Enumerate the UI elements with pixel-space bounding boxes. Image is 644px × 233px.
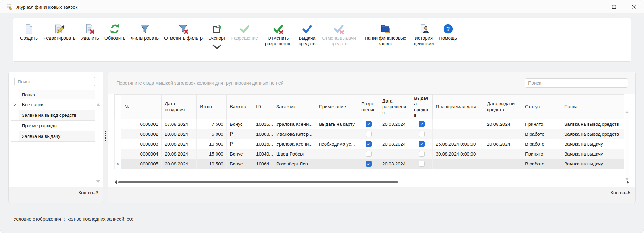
toolbar-button-folders[interactable]: Папки финансовых заявок: [359, 22, 411, 47]
column-header-folder[interactable]: Папка: [561, 95, 624, 119]
toolbar-button-cancel-permission[interactable]: Отменить разрешение: [261, 22, 296, 47]
payout-checkbox[interactable]: [419, 151, 425, 157]
column-header-customer[interactable]: Заказчик: [273, 95, 316, 119]
toolbar-button-refresh[interactable]: Обновить: [102, 22, 128, 42]
table-row[interactable]: 0000003 20.08.2024 10 500 ₽ 10016... Ура…: [115, 139, 624, 149]
splitter-grip-icon[interactable]: [105, 131, 106, 141]
toolbar-label: История действий: [414, 35, 434, 46]
scroll-down-icon[interactable]: [96, 180, 100, 183]
group-by-bar[interactable]: Перетяните сюда мышкой заголовок колонки…: [108, 72, 635, 94]
toolbar-button-help[interactable]: ? Помощь: [436, 22, 460, 42]
toolbar-button-delete[interactable]: Удалить: [78, 22, 102, 42]
scroll-up-icon[interactable]: [625, 111, 629, 113]
close-button[interactable]: [624, 0, 644, 13]
toolbar-label: Разрешение: [231, 35, 258, 41]
column-header-total[interactable]: Итого: [197, 95, 227, 119]
folders-header-indicator: [11, 90, 19, 99]
requests-search-input[interactable]: [525, 78, 628, 88]
window-title: Журнал финансовых заявок: [16, 4, 77, 10]
folder-name[interactable]: Заявка на выдачу: [19, 131, 95, 142]
cell-total: 10 500: [197, 159, 227, 169]
table-row[interactable]: 0000001 07.08.2024 7 500 Бонус 10016... …: [115, 119, 624, 129]
scroll-left-icon[interactable]: [114, 180, 117, 184]
folder-row[interactable]: Прочие расходы: [11, 121, 95, 131]
folder-row[interactable]: > Все папки: [11, 99, 95, 110]
table-row[interactable]: 0000004 20.08.2024 15 000 Бонус 10040...…: [115, 149, 624, 159]
column-header-currency[interactable]: Валюта: [227, 95, 253, 119]
folder-name[interactable]: Заявка на вывод средств: [19, 110, 95, 121]
toolbar-label: Создать: [20, 35, 38, 41]
folders-count-bar: Кол-во=3: [9, 187, 103, 203]
cell-id: 10016...: [253, 139, 273, 149]
table-row[interactable]: 0000002 20.08.2024 5 000 ₽ 10083... Иван…: [115, 129, 624, 139]
column-header-note[interactable]: Примечание: [316, 95, 358, 119]
column-header-payout-date[interactable]: Дата выдачи средств: [484, 95, 522, 119]
payout-checkbox[interactable]: [419, 121, 425, 127]
cell-payout-date: [484, 149, 522, 159]
export-icon: [212, 24, 222, 34]
toolbar-label: Редактировать: [43, 35, 76, 41]
requests-count: Кол-во=5: [611, 190, 630, 203]
permission-checkbox[interactable]: [366, 151, 372, 157]
toolbar-button-payout[interactable]: Выдача средств: [296, 22, 318, 47]
cell-planned-date: 25.08.2024 0:00:00: [433, 139, 484, 149]
requests-horizontal-scrollbar[interactable]: [114, 180, 629, 185]
permission-checkbox[interactable]: [366, 121, 372, 127]
cell-id: 10064...: [253, 159, 273, 169]
toolbar-button-edit[interactable]: Редактировать: [41, 22, 78, 42]
folders-column-header[interactable]: Папка: [19, 90, 95, 99]
toolbar-button-export[interactable]: Экспорт: [205, 22, 228, 53]
cell-id: 10040...: [253, 149, 273, 159]
column-header-no[interactable]: №: [121, 95, 162, 119]
scroll-up-icon[interactable]: [96, 103, 100, 106]
toolbar-label: Отменить разрешение: [264, 35, 293, 46]
toolbar-button-cancel-filter[interactable]: Отменить фильтр: [161, 22, 205, 42]
permission-checkbox[interactable]: [366, 131, 372, 137]
minimize-button[interactable]: [584, 0, 604, 13]
payout-checkbox[interactable]: [419, 131, 425, 137]
scrollbar-thumb[interactable]: [118, 181, 398, 183]
column-header-payout[interactable]: Выдача средств: [411, 95, 433, 119]
folder-name[interactable]: Прочие расходы: [19, 121, 95, 131]
column-header-permission-date[interactable]: Дата разрешения: [379, 95, 411, 119]
delete-icon: [85, 24, 95, 34]
cell-currency: Бонус: [227, 119, 253, 129]
scroll-right-icon[interactable]: [627, 180, 629, 184]
toolbar-button-filter[interactable]: Фильтровать: [128, 22, 161, 42]
permission-checkbox[interactable]: [366, 161, 372, 167]
cell-permission-date: 20.08.2024: [379, 119, 411, 129]
cell-id: 10083...: [253, 129, 273, 139]
toolbar-label: Удалить: [81, 35, 99, 41]
toolbar-label: Выдача средств: [298, 35, 316, 46]
column-header-created[interactable]: Дата создания: [162, 95, 197, 119]
cell-payout-date: 20.08.2024: [484, 139, 522, 149]
history-icon: [418, 24, 429, 34]
cell-folder: Заявка на выдачу: [561, 139, 624, 149]
close-icon: [631, 4, 636, 9]
folders-search-input[interactable]: [14, 77, 95, 86]
folder-row[interactable]: Заявка на вывод средств: [11, 110, 95, 121]
column-header-status[interactable]: Статус: [522, 95, 561, 119]
column-header-planned-date[interactable]: Планируемая дата: [433, 95, 484, 119]
folder-row[interactable]: Заявка на выдачу: [11, 131, 95, 142]
filter-icon: [139, 24, 150, 34]
permission-checkbox[interactable]: [366, 141, 372, 147]
app-window: Журнал финансовых заявок Создать: [0, 0, 644, 233]
payout-checkbox[interactable]: [419, 161, 425, 167]
column-header-id[interactable]: ID: [253, 95, 273, 119]
toolbar-button-history[interactable]: История действий: [411, 22, 436, 47]
maximize-button[interactable]: [604, 0, 624, 13]
requests-vertical-scrollbar[interactable]: [625, 110, 629, 181]
table-row-selected[interactable]: > 0000005 20.08.2024 10 500 Бонус 10064.…: [115, 159, 624, 169]
row-selector-indicator: [115, 129, 121, 139]
folders-scrollbar[interactable]: [96, 103, 100, 183]
refresh-icon: [109, 24, 120, 34]
panel-splitter[interactable]: [103, 72, 108, 203]
column-header-permission[interactable]: Разрешение: [358, 95, 379, 119]
toolbar-button-create[interactable]: Создать: [17, 22, 41, 42]
payout-checkbox[interactable]: [419, 141, 425, 147]
cell-status: Принято: [522, 149, 561, 159]
scrollbar-track[interactable]: [117, 180, 627, 185]
folder-name[interactable]: Все папки: [19, 99, 95, 110]
create-icon: [24, 24, 34, 34]
